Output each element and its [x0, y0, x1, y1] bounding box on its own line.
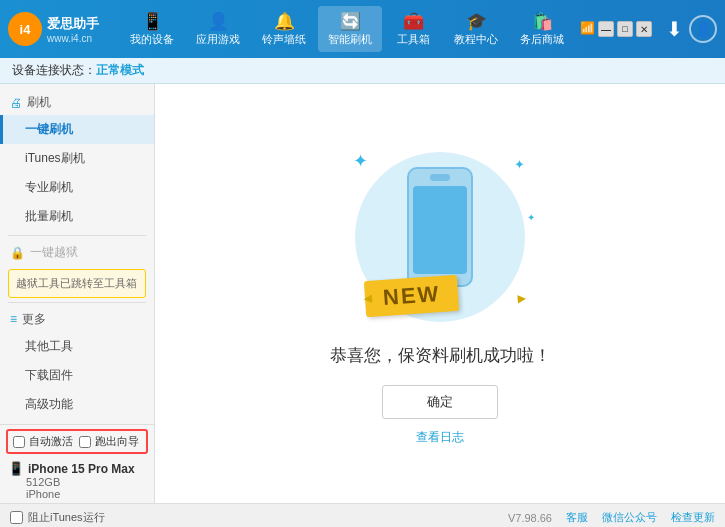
sidebar-section-flash-header: 🖨 刷机: [0, 90, 154, 115]
log-link[interactable]: 查看日志: [416, 429, 464, 446]
logo-text-2: www.i4.cn: [47, 33, 99, 44]
device-section: 自动激活 跑出向导 📱 iPhone 15 Pro Max 512GB iPho…: [0, 424, 154, 503]
sidebar-section-more: ≡ 更多 其他工具 下载固件 高级功能: [0, 307, 154, 419]
device-phone-icon: 📱: [8, 461, 24, 476]
apps-games-label: 应用游戏: [196, 32, 240, 47]
sparkle-top-right: ✦: [514, 157, 525, 172]
apps-games-icon: 👤: [208, 11, 229, 32]
guide-label: 跑出向导: [95, 434, 139, 449]
logo: i4 爱思助手 www.i4.cn: [8, 12, 99, 46]
ringtone-icon: 🔔: [274, 11, 295, 32]
sparkle-top-left: ✦: [353, 150, 368, 172]
sparkle-mid-right: ✦: [527, 212, 535, 223]
service-icon: 🛍️: [532, 11, 553, 32]
version-label: V7.98.66: [508, 512, 552, 524]
status-bar: 设备连接状态： 正常模式: [0, 58, 725, 84]
flash-section-icon: 🖨: [10, 96, 22, 110]
sidebar-divider-1: [8, 235, 146, 236]
close-icon[interactable]: ✕: [636, 21, 652, 37]
device-options-row: 自动激活 跑出向导: [13, 434, 141, 449]
tutorial-label: 教程中心: [454, 32, 498, 47]
toolbox-icon: 🧰: [403, 11, 424, 32]
sidebar-disabled-jailbreak: 🔒 一键越狱: [0, 240, 154, 265]
nav-item-apps-games[interactable]: 👤 应用游戏: [186, 6, 250, 52]
device-info: 📱 iPhone 15 Pro Max 512GB iPhone: [0, 458, 154, 503]
header-actions: 📶 — □ ✕ ⬇ 👤: [579, 15, 717, 43]
sidebar-item-advanced[interactable]: 高级功能: [0, 390, 154, 419]
sidebar-item-pro-flash[interactable]: 专业刷机: [0, 173, 154, 202]
sidebar-item-one-click-flash[interactable]: 一键刷机: [0, 115, 154, 144]
sidebar-note: 越狱工具已跳转至工具箱: [8, 269, 146, 298]
user-button[interactable]: 👤: [689, 15, 717, 43]
ringtone-label: 铃声墙纸: [262, 32, 306, 47]
check-update-link[interactable]: 检查更新: [671, 510, 715, 525]
footer-left: 阻止iTunes运行: [10, 510, 105, 525]
service-label: 务后商城: [520, 32, 564, 47]
phone-illustration: ✦ ✦ ✦ NEW ◄ ►: [335, 142, 545, 332]
guide-checkbox[interactable]: [79, 436, 91, 448]
sidebar-item-batch-flash[interactable]: 批量刷机: [0, 202, 154, 231]
content-area: ✦ ✦ ✦ NEW ◄ ► 恭喜您，保资料刷机成功啦！ 确定 查看日志: [155, 84, 725, 503]
logo-icon: i4: [8, 12, 42, 46]
minimize-icon[interactable]: —: [598, 21, 614, 37]
sidebar-section-more-header: ≡ 更多: [0, 307, 154, 332]
illustration-phone: [407, 167, 473, 287]
illustration-phone-screen: [413, 186, 467, 274]
disabled-label: 一键越狱: [30, 244, 78, 261]
logo-text-1: 爱思助手: [47, 15, 99, 33]
device-name-row: 📱 iPhone 15 Pro Max: [8, 461, 146, 476]
sidebar-section-flash: 🖨 刷机 一键刷机 iTunes刷机 专业刷机 批量刷机: [0, 90, 154, 231]
nav-item-ringtone[interactable]: 🔔 铃声墙纸: [252, 6, 316, 52]
wechat-link[interactable]: 微信公众号: [602, 510, 657, 525]
nav-item-service[interactable]: 🛍️ 务后商城: [510, 6, 574, 52]
auto-activate-checkbox[interactable]: [13, 436, 25, 448]
new-badge: NEW: [364, 274, 460, 316]
success-message: 恭喜您，保资料刷机成功啦！: [330, 344, 551, 367]
nav-bar: 📱 我的设备 👤 应用游戏 🔔 铃声墙纸 🔄 智能刷机 🧰 工具箱 🎓 教程中心…: [115, 6, 579, 52]
my-device-icon: 📱: [142, 11, 163, 32]
lock-icon: 🔒: [10, 246, 25, 260]
smart-flash-icon: 🔄: [340, 11, 361, 32]
device-name: iPhone 15 Pro Max: [28, 462, 135, 476]
download-button[interactable]: ⬇: [666, 17, 683, 41]
maximize-icon[interactable]: □: [617, 21, 633, 37]
wifi-icon: 📶: [579, 21, 595, 37]
nav-item-smart-flash[interactable]: 🔄 智能刷机: [318, 6, 382, 52]
tutorial-icon: 🎓: [466, 11, 487, 32]
sidebar-item-itunes-flash[interactable]: iTunes刷机: [0, 144, 154, 173]
sidebar: 🖨 刷机 一键刷机 iTunes刷机 专业刷机 批量刷机 �: [0, 84, 155, 503]
badge-arrow-left: ◄: [360, 289, 375, 306]
more-section-icon: ≡: [10, 312, 17, 326]
footer: 阻止iTunes运行 V7.98.66 客服 微信公众号 检查更新: [0, 503, 725, 527]
illustration-phone-notch: [430, 174, 450, 181]
status-prefix: 设备连接状态：: [12, 62, 96, 79]
auto-activate-label: 自动激活: [29, 434, 73, 449]
nav-item-my-device[interactable]: 📱 我的设备: [120, 6, 184, 52]
sidebar-divider-2: [8, 302, 146, 303]
status-value: 正常模式: [96, 62, 144, 79]
my-device-label: 我的设备: [130, 32, 174, 47]
flash-section-label: 刷机: [27, 94, 51, 111]
header: i4 爱思助手 www.i4.cn 📱 我的设备 👤 应用游戏 🔔 铃声墙纸 🔄…: [0, 0, 725, 58]
stop-itunes-checkbox[interactable]: [10, 511, 23, 524]
device-storage: 512GB: [8, 476, 146, 488]
badge-arrow-right: ►: [515, 289, 530, 306]
confirm-button[interactable]: 确定: [382, 385, 498, 419]
main-content: 🖨 刷机 一键刷机 iTunes刷机 专业刷机 批量刷机 �: [0, 84, 725, 503]
footer-right: V7.98.66 客服 微信公众号 检查更新: [508, 510, 715, 525]
sidebar-scroll: 🖨 刷机 一键刷机 iTunes刷机 专业刷机 批量刷机 �: [0, 84, 154, 424]
stop-itunes-label: 阻止iTunes运行: [28, 510, 105, 525]
nav-item-tutorial[interactable]: 🎓 教程中心: [444, 6, 508, 52]
device-options-box: 自动激活 跑出向导: [6, 429, 148, 454]
sidebar-item-download-firmware[interactable]: 下载固件: [0, 361, 154, 390]
more-section-label: 更多: [22, 311, 46, 328]
device-type: iPhone: [8, 488, 146, 500]
sidebar-item-other-tools[interactable]: 其他工具: [0, 332, 154, 361]
smart-flash-label: 智能刷机: [328, 32, 372, 47]
toolbox-label: 工具箱: [397, 32, 430, 47]
nav-item-toolbox[interactable]: 🧰 工具箱: [384, 6, 442, 52]
official-link[interactable]: 客服: [566, 510, 588, 525]
